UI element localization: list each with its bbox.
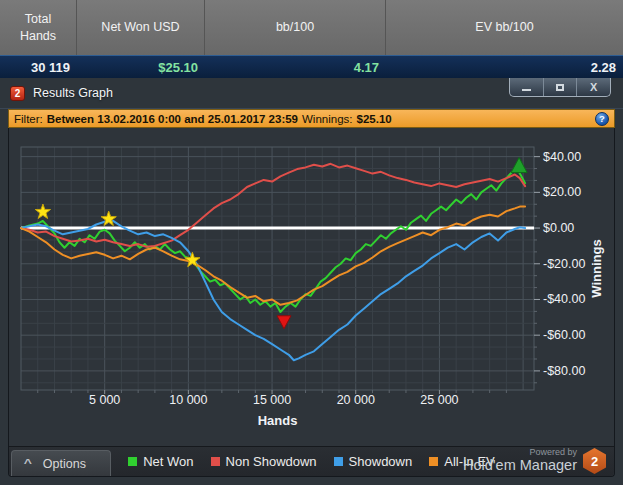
stats-header-cell: Net Won USD [77,0,205,55]
legend-swatch-icon [211,457,220,466]
help-icon[interactable]: ? [595,112,609,126]
minimize-button[interactable] [510,78,543,96]
triangle-up-marker-icon [511,158,527,173]
chart-legend: Net WonNon ShowdownShowdownAll-In EV [128,454,495,469]
stats-strip: Total HandsNet Won USDbb/100EV bb/100 30… [0,0,623,78]
stats-value-cell: 4.17 [205,56,386,78]
y-tick-label: -$40.00 [543,292,585,306]
results-graph-window: 2 Results Graph X Filter: Between 13.02.… [0,78,623,485]
x-tick-label: 10 000 [169,393,207,407]
legend-label: Non Showdown [226,454,317,469]
plot-border [21,147,534,390]
chart-footer: ^ Options Net WonNon ShowdownShowdownAll… [9,446,614,476]
legend-item-non-showdown: Non Showdown [211,454,317,469]
y-tick-label: $40.00 [543,150,581,164]
maximize-icon [556,84,564,91]
star-marker-icon [101,211,116,226]
close-icon: X [590,82,597,93]
minimize-icon [522,89,531,91]
y-tick-label: $20.00 [543,185,581,199]
y-tick-label: $0.00 [543,221,574,235]
legend-item-showdown: Showdown [334,454,413,469]
legend-swatch-icon [429,457,438,466]
hm2-brand-badge-icon: 2 [583,448,606,474]
stats-header-cell: Total Hands [0,0,77,55]
window-controls: X [509,78,611,97]
close-button[interactable]: X [576,78,610,96]
stats-value-row: 30 119$25.104.172.28 [0,55,623,78]
caret-up-icon: ^ [24,458,32,469]
x-axis: 5 00010 00015 00020 00025 000 [38,390,507,407]
chart-panel: 5 00010 00015 00020 00025 000Hands$40.00… [8,128,615,477]
maximize-button[interactable] [543,78,577,96]
x-axis-title: Hands [258,413,298,428]
stats-value-cell: 2.28 [386,56,623,78]
options-button-label: Options [43,457,86,471]
x-tick-label: 15 000 [253,393,291,407]
y-tick-label: -$60.00 [543,328,585,342]
legend-label: Net Won [143,454,193,469]
y-tick-label: -$80.00 [543,364,585,378]
stats-value-cell: 30 119 [0,56,77,78]
legend-label: Showdown [349,454,413,469]
filter-label: Filter: [14,113,43,125]
y-axis-title: Winnings [589,239,604,297]
winnings-value: $25.10 [357,113,392,125]
stats-header-cell: bb/100 [205,0,386,55]
stats-value-cell: $25.10 [77,56,205,78]
x-tick-label: 25 000 [420,393,458,407]
grid-lines [21,147,534,390]
filter-bar: Filter: Between 13.02.2016 0:00 and 25.0… [8,109,615,128]
results-graph-chart: 5 00010 00015 00020 00025 000Hands$40.00… [9,128,614,448]
brand-name: Hold'em Manager [463,458,577,474]
y-tick-label: -$20.00 [543,257,585,271]
legend-item-net-won: Net Won [128,454,193,469]
options-button[interactable]: ^ Options [11,450,111,476]
legend-swatch-icon [334,457,343,466]
legend-swatch-icon [128,457,137,466]
x-tick-label: 20 000 [337,393,375,407]
powered-by-block: Powered by Hold'em Manager 2 [463,448,606,474]
series-line-all-in-ev [21,207,525,305]
filter-range-text: Between 13.02.2016 0:00 and 25.01.2017 2… [47,113,298,125]
stats-header-cell: EV bb/100 [386,0,623,55]
winnings-label: Winnings: [302,113,353,125]
hm2-app-icon: 2 [10,86,25,101]
y-axis: $40.00$20.00$0.00-$20.00-$40.00-$60.00-$… [534,150,585,383]
x-tick-label: 5 000 [89,393,120,407]
window-title: Results Graph [33,86,113,100]
stats-header-row: Total HandsNet Won USDbb/100EV bb/100 [0,0,623,55]
